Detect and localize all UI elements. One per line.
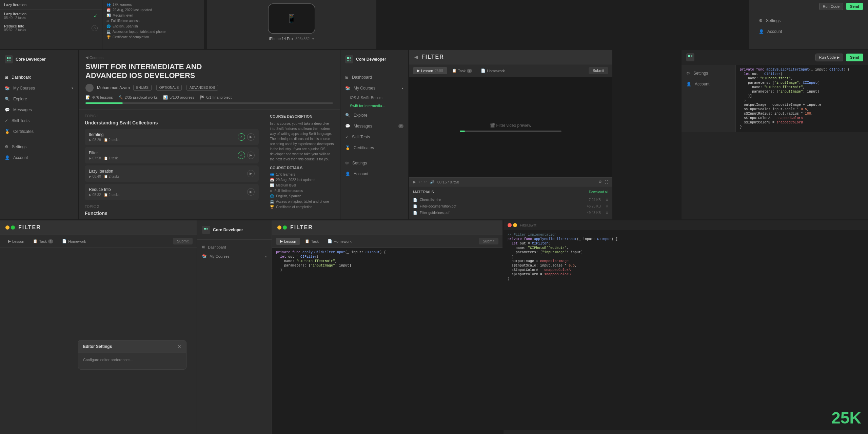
- nav-account[interactable]: 👤 Account: [0, 152, 78, 163]
- download-icon-2[interactable]: ⬇: [606, 204, 608, 208]
- nav-skill-r[interactable]: ✓Skill Tests: [340, 132, 408, 142]
- lesson-item[interactable]: Iterating ▶ 08:29📋 2 tasks ✓ ▶: [85, 129, 259, 145]
- code-line: name: "CIPhotoEffectNoir",: [740, 85, 864, 89]
- nav-my-courses-r[interactable]: 📚My Courses ▴: [340, 83, 408, 94]
- lesson-item[interactable]: Lazy Iteration ▶ 08:40📋 2 tasks ▶: [85, 165, 259, 182]
- nav-explore[interactable]: 🔍 Explore: [0, 94, 78, 104]
- nav-settings-r[interactable]: ⚙Settings: [340, 158, 408, 169]
- meta-level: 📊 Medium level: [106, 14, 200, 17]
- send-button[interactable]: Send: [846, 3, 863, 10]
- far-right-send-btn[interactable]: Send: [846, 54, 863, 61]
- play-btn-2[interactable]: ▶: [247, 152, 255, 159]
- mid-right-app-name: Core Developer: [356, 57, 386, 62]
- nav-dashboard[interactable]: ⊞ Dashboard: [0, 72, 78, 83]
- skip-icon[interactable]: ↩: [424, 180, 427, 184]
- play-btn-3[interactable]: ▶: [247, 170, 255, 177]
- code-editor-area[interactable]: private func applyBuildFilterInput(_ inp…: [736, 65, 868, 132]
- play-btn[interactable]: ▶: [247, 133, 255, 141]
- filter-tab-lesson[interactable]: ▶ Lesson 07:58: [413, 67, 447, 74]
- run-code-button[interactable]: Run Code: [819, 3, 844, 10]
- nav-messages-r[interactable]: 💬Messages 2: [340, 121, 408, 132]
- minimize-btn[interactable]: [5, 225, 9, 230]
- lesson-item[interactable]: Reduce Into ▶ 05:32📋 2 tasks ▶: [85, 184, 259, 200]
- nav-my-courses[interactable]: 📚 My Courses ▾: [0, 83, 78, 94]
- code-line: ): [740, 99, 864, 102]
- video-time: 00:15 / 07:58: [437, 180, 459, 184]
- code-line: }: [740, 125, 864, 129]
- bot-right-min-btn[interactable]: [513, 223, 517, 227]
- filter-back-icon[interactable]: ◀: [414, 54, 418, 60]
- code-line: let out = CIFilter(: [740, 72, 864, 76]
- nav-sub-ios[interactable]: iOS & Swift: Becom...: [340, 94, 408, 102]
- video-area: 🎬 Filter video preview: [409, 77, 612, 177]
- filter-tab-submit[interactable]: Submit: [589, 67, 608, 74]
- download-all-link[interactable]: Download all: [589, 190, 608, 194]
- filter-tab-task[interactable]: 📋 Task 1: [448, 67, 476, 74]
- bot-center-tab-task[interactable]: 📋 Task: [301, 238, 323, 245]
- stat-final: 🏁0/1 final project: [200, 95, 232, 100]
- bot-nav-dashboard[interactable]: ⊞Dashboard: [202, 242, 267, 252]
- bot-right-close-btn[interactable]: [508, 223, 512, 227]
- bot-tab-homework[interactable]: 📄 Homework: [58, 238, 90, 245]
- speaker-icon[interactable]: 🔊: [430, 180, 435, 184]
- material-item-1[interactable]: 📄 Check-list.doc 7.24 KB ⬇: [413, 197, 608, 203]
- svg-rect-8: [688, 55, 690, 57]
- nav-settings[interactable]: ⚙ Settings: [0, 141, 78, 152]
- far-right-run-code-btn[interactable]: Run Code ▶: [815, 54, 844, 61]
- filter-tab-homework[interactable]: 📄 Homework: [477, 67, 509, 74]
- nav-cert-r[interactable]: 🏅Certificates: [340, 142, 408, 153]
- top-settings-nav[interactable]: ⚙ Settings: [754, 15, 863, 26]
- download-icon-3[interactable]: ⬇: [606, 211, 608, 215]
- nav-certificates[interactable]: 🏅 Certificates: [0, 126, 78, 137]
- bot-min-btn[interactable]: [277, 225, 281, 230]
- far-right-settings[interactable]: ⚙Settings: [682, 68, 735, 79]
- messages-badge: 2: [398, 124, 403, 128]
- bot-tab-task[interactable]: 📋 Task 1: [29, 238, 57, 245]
- fullscreen-icon[interactable]: ⛶: [605, 180, 608, 184]
- nav-skill-tests[interactable]: ✓ Skill Tests: [0, 115, 78, 126]
- detail-updated: 📅29 Aug, 2022 last updated: [270, 178, 335, 182]
- bot-tab-submit[interactable]: Submit: [173, 238, 193, 244]
- bot-center-tab-lesson[interactable]: ▶ Lesson: [276, 238, 300, 245]
- bot-center-code[interactable]: private func applyBuildFilterInput(_ inp…: [272, 248, 502, 434]
- bot-max-btn[interactable]: [283, 225, 287, 230]
- lazy-iteration-item[interactable]: Lazy Iteration: [4, 12, 26, 16]
- nav-account-r[interactable]: 👤Account: [340, 169, 408, 179]
- far-right-account[interactable]: 👤Account: [682, 79, 735, 90]
- bot-center-submit-btn[interactable]: Submit: [479, 238, 498, 244]
- bot-right-code-editor[interactable]: // Filter implementation private func ap…: [504, 230, 868, 430]
- download-icon-1[interactable]: ⬇: [606, 198, 608, 202]
- nav-dashboard-r[interactable]: ⊞Dashboard: [340, 72, 408, 83]
- course-header: ◀ Courses SWIFT FOR INTERMEDIATE AND ADV…: [79, 50, 340, 110]
- lessons-panel: TOPIC 1 Understanding Swift Collections …: [79, 110, 265, 219]
- material-item-2[interactable]: 📄 Filter-documentation.pdf 46.25 KB ⬇: [413, 203, 608, 210]
- top-account-nav[interactable]: 👤 Account: [754, 26, 863, 37]
- code-line: let out = CIFilter(: [508, 242, 864, 245]
- code-line: ): [276, 268, 498, 272]
- mid-main-course: ◀ Courses SWIFT FOR INTERMEDIATE AND ADV…: [79, 50, 340, 219]
- complete-btn[interactable]: ✓: [238, 133, 245, 141]
- lesson-item[interactable]: Filter ▶ 07:58📋 1 task ✓ ▶: [85, 147, 259, 163]
- settings-icon-video[interactable]: ⚙: [598, 180, 602, 184]
- material-item-3[interactable]: 📄 Filter-guidelines.pdf 49.43 KB ⬇: [413, 210, 608, 216]
- nav-explore-r[interactable]: 🔍Explore: [340, 110, 408, 121]
- modal-close-btn[interactable]: ✕: [177, 344, 181, 349]
- bot-center-task-icon: 📋: [305, 239, 310, 243]
- code-line: )]: [740, 94, 864, 98]
- iphone-chevron-icon[interactable]: ▾: [312, 37, 314, 41]
- svg-rect-3: [9, 60, 11, 61]
- nav-messages[interactable]: 💬 Messages: [0, 104, 78, 115]
- reduce-tasks: 2 tasks: [15, 28, 26, 32]
- reduce-into-item[interactable]: Reduce Into: [4, 24, 26, 28]
- bot-nav-my-courses[interactable]: 📚My Courses ▴: [202, 252, 267, 261]
- play-icon[interactable]: ▶: [413, 180, 416, 184]
- bot-center-tab-homework[interactable]: 📄 Homework: [323, 238, 356, 245]
- nav-sub-swift[interactable]: Swift for Intermedia...: [340, 102, 408, 110]
- maximize-btn[interactable]: [11, 225, 15, 230]
- code-line: private func applyBuildFilterInput(_ inp…: [740, 68, 864, 72]
- bot-left-filter: FILTER ▶ Lesson 📋 Task 1 📄 Homework Subm…: [0, 220, 197, 434]
- play-btn-4[interactable]: ▶: [247, 188, 255, 196]
- complete-btn-2[interactable]: ✓: [238, 152, 245, 159]
- rewind-icon[interactable]: ↩: [418, 180, 421, 184]
- bot-tab-lesson[interactable]: ▶ Lesson: [4, 238, 28, 245]
